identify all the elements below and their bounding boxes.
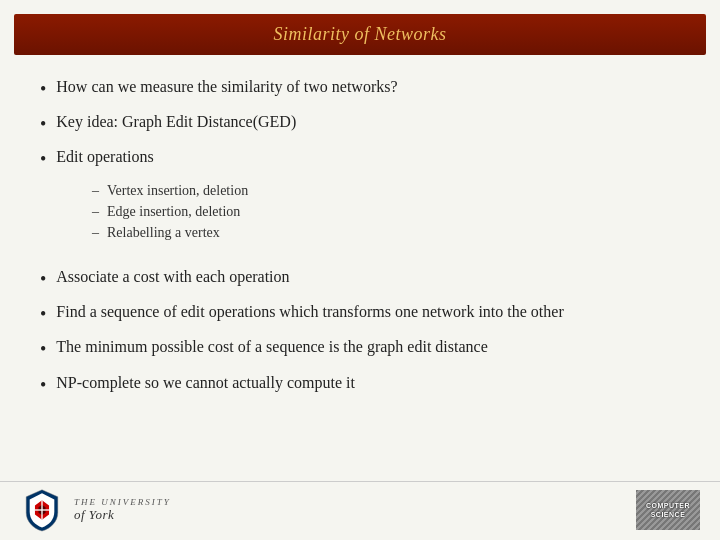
bullet-dot-1: • (40, 76, 46, 102)
bullet-5: • Find a sequence of edit operations whi… (40, 300, 680, 327)
bullet-dot-2: • (40, 111, 46, 137)
slide-title: Similarity of Networks (274, 24, 447, 44)
sub-dash-2: – (92, 201, 99, 222)
slide-content: • How can we measure the similarity of t… (0, 55, 720, 481)
bullet-7-text: NP-complete so we cannot actually comput… (56, 371, 355, 394)
sub-dash-1: – (92, 180, 99, 201)
bullet-7: • NP-complete so we cannot actually comp… (40, 371, 680, 398)
sub-bullet-list: – Vertex insertion, deletion – Edge inse… (92, 180, 680, 243)
section-gap (40, 253, 680, 261)
bullet-2-text: Key idea: Graph Edit Distance(GED) (56, 110, 296, 133)
footer-left: THE UNIVERSITY of York (20, 488, 171, 532)
bullet-3-text: Edit operations (56, 145, 153, 168)
sub-dash-3: – (92, 222, 99, 243)
sub-bullet-1: – Vertex insertion, deletion (92, 180, 680, 201)
bullet-6: • The minimum possible cost of a sequenc… (40, 335, 680, 362)
bullet-2: • Key idea: Graph Edit Distance(GED) (40, 110, 680, 137)
bullet-4: • Associate a cost with each operation (40, 265, 680, 292)
bullet-4-text: Associate a cost with each operation (56, 265, 289, 288)
slide: Similarity of Networks • How can we meas… (0, 0, 720, 540)
bullet-dot-3: • (40, 146, 46, 172)
york-university-text: THE UNIVERSITY of York (74, 497, 171, 523)
sub-bullet-3-text: Relabelling a vertex (107, 222, 220, 243)
bullet-dot-4: • (40, 266, 46, 292)
sub-bullet-2: – Edge insertion, deletion (92, 201, 680, 222)
bullet-5-text: Find a sequence of edit operations which… (56, 300, 563, 323)
slide-footer: THE UNIVERSITY of York COMPUTERSCIENCE (0, 481, 720, 540)
sub-bullet-1-text: Vertex insertion, deletion (107, 180, 248, 201)
the-university-label: THE UNIVERSITY (74, 497, 171, 507)
bullet-dot-6: • (40, 336, 46, 362)
bullet-6-text: The minimum possible cost of a sequence … (56, 335, 487, 358)
bullet-dot-7: • (40, 372, 46, 398)
york-shield-icon (20, 488, 64, 532)
sub-bullet-3: – Relabelling a vertex (92, 222, 680, 243)
sub-bullet-2-text: Edge insertion, deletion (107, 201, 240, 222)
bullet-dot-5: • (40, 301, 46, 327)
bullet-3: • Edit operations (40, 145, 680, 172)
bullet-1-text: How can we measure the similarity of two… (56, 75, 397, 98)
slide-header: Similarity of Networks (14, 14, 706, 55)
cs-logo: COMPUTERSCIENCE (636, 490, 700, 530)
bullet-1: • How can we measure the similarity of t… (40, 75, 680, 102)
york-name: of York (74, 507, 114, 522)
